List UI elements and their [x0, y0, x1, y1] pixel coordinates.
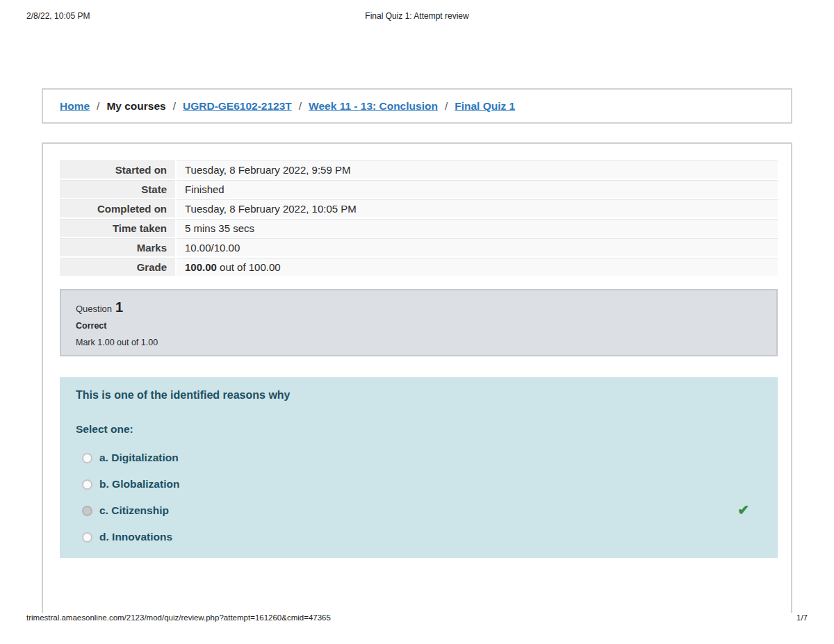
row-label: Grade [60, 258, 175, 276]
row-label: Completed on [60, 199, 175, 217]
breadcrumb-item[interactable]: UGRD-GE6102-2123T [183, 100, 292, 113]
footer-page-number: 1/7 [796, 613, 808, 622]
row-label: State [60, 180, 175, 198]
question-state: Correct [76, 321, 776, 331]
row-value: Tuesday, 8 February 2022, 10:05 PM [177, 199, 778, 217]
table-row: Completed on Tuesday, 8 February 2022, 1… [60, 199, 778, 217]
question-mark: Mark 1.00 out of 1.00 [76, 338, 776, 347]
row-value: Tuesday, 8 February 2022, 9:59 PM [177, 160, 778, 179]
attempt-summary-table: Started on Tuesday, 8 February 2022, 9:5… [60, 160, 778, 277]
radio-button-icon[interactable] [82, 453, 92, 463]
breadcrumb-separator: / [173, 100, 176, 113]
answer-option[interactable]: d. Innovations ✔ [82, 524, 757, 550]
answer-option[interactable]: a. Digitalization ✔ [82, 445, 757, 471]
option-label: a. Digitalization [99, 452, 179, 464]
row-label: Time taken [60, 219, 175, 237]
footer-url: trimestral.amaesonline.com/2123/mod/quiz… [26, 613, 331, 622]
question-body: This is one of the identified reasons wh… [60, 377, 778, 558]
radio-button-icon[interactable] [82, 506, 92, 516]
radio-button-icon[interactable] [82, 532, 92, 543]
page-title: Final Quiz 1: Attempt review [0, 11, 834, 21]
table-row: Started on Tuesday, 8 February 2022, 9:5… [60, 160, 778, 179]
question-number: Question1 [76, 299, 776, 315]
breadcrumb-bar: Home / My courses / UGRD-GE6102-2123T / … [42, 88, 792, 124]
row-value: 5 mins 35 secs [177, 219, 778, 237]
breadcrumb: Home / My courses / UGRD-GE6102-2123T / … [60, 100, 515, 113]
row-value: 10.00/10.00 [177, 238, 778, 256]
radio-button-icon[interactable] [82, 479, 92, 490]
answer-options: a. Digitalization ✔ b. Globalization ✔ c… [76, 445, 757, 550]
quiz-review-panel: Started on Tuesday, 8 February 2022, 9:5… [42, 142, 792, 613]
breadcrumb-separator: / [299, 100, 302, 113]
breadcrumb-item[interactable]: Final Quiz 1 [455, 100, 515, 113]
row-value: 100.00 out of 100.00 [177, 258, 778, 276]
correct-check-icon: ✔ [737, 502, 749, 518]
option-label: b. Globalization [99, 478, 179, 490]
option-label: c. Citizenship [99, 504, 169, 517]
breadcrumb-item[interactable]: Home [60, 100, 90, 113]
breadcrumb-item: My courses [106, 100, 165, 113]
select-one-label: Select one: [76, 423, 757, 436]
table-row: Grade 100.00 out of 100.00 [60, 258, 778, 276]
row-label: Started on [60, 160, 175, 179]
breadcrumb-separator: / [97, 100, 99, 113]
table-row: State Finished [60, 180, 778, 198]
answer-option[interactable]: b. Globalization ✔ [82, 471, 757, 497]
breadcrumb-item[interactable]: Week 11 - 13: Conclusion [309, 100, 438, 113]
question-info-box: Question1 Correct Mark 1.00 out of 1.00 [60, 289, 778, 356]
table-row: Time taken 5 mins 35 secs [60, 219, 778, 237]
table-row: Marks 10.00/10.00 [60, 238, 778, 256]
answer-option[interactable]: c. Citizenship ✔ [82, 497, 757, 524]
row-value: Finished [177, 180, 778, 198]
question-number-label: Question [76, 304, 112, 314]
option-label: d. Innovations [99, 531, 172, 543]
question-text: This is one of the identified reasons wh… [76, 389, 757, 402]
row-label: Marks [60, 238, 175, 256]
breadcrumb-separator: / [445, 100, 448, 113]
question-number-value: 1 [115, 299, 123, 315]
